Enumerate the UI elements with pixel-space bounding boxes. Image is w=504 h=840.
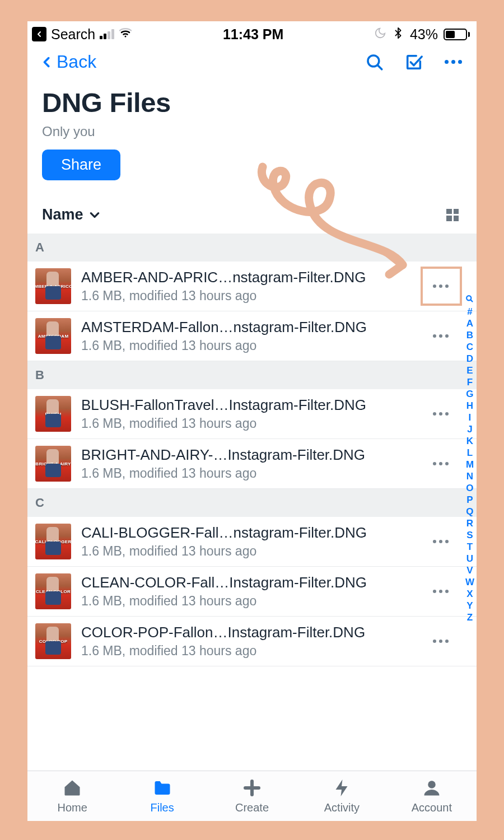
chevron-down-icon: [89, 211, 100, 219]
file-thumbnail: BRIGHT & AIRY: [35, 446, 71, 482]
index-letter[interactable]: G: [466, 389, 473, 400]
file-meta: 1.6 MB, modified 13 hours ago: [81, 594, 417, 609]
index-letter[interactable]: K: [466, 436, 473, 447]
file-thumbnail: AMBER & APRICOT: [35, 268, 71, 304]
page-title: DNG Files: [42, 87, 462, 118]
battery-percentage: 43%: [410, 26, 438, 43]
file-thumbnail: CLEAN COLOR: [35, 573, 71, 609]
file-row[interactable]: CALI BLOGGER CALI-BLOGGER-Fall…nstagram-…: [27, 517, 477, 567]
file-meta: 1.6 MB, modified 13 hours ago: [81, 466, 417, 481]
index-letter[interactable]: H: [466, 400, 473, 412]
select-icon[interactable]: [404, 52, 424, 72]
index-letter[interactable]: M: [466, 459, 474, 470]
index-letter[interactable]: X: [466, 589, 473, 600]
page-subtitle: Only you: [42, 124, 462, 139]
nav-bar: Back: [27, 46, 477, 76]
tab-account[interactable]: Account: [387, 771, 477, 821]
file-row[interactable]: AMBER & APRICOT AMBER-AND-APRIC…nstagram…: [27, 262, 477, 311]
file-list: A AMBER & APRICOT AMBER-AND-APRIC…nstagr…: [27, 234, 477, 771]
index-letter[interactable]: V: [466, 565, 473, 576]
file-name: AMSTERDAM-Fallon…nstagram-Filter.DNG: [81, 319, 417, 336]
file-thumbnail: COLOR POP: [35, 623, 71, 659]
file-name: BLUSH-FallonTravel…Instagram-Filter.DNG: [81, 396, 417, 414]
index-letter[interactable]: P: [466, 494, 473, 506]
file-meta: 1.6 MB, modified 13 hours ago: [81, 288, 417, 304]
index-letter[interactable]: C: [466, 342, 473, 353]
file-thumbnail: AMSTERDAM: [35, 318, 71, 354]
index-letter[interactable]: A: [466, 318, 473, 329]
file-row[interactable]: BRIGHT & AIRY BRIGHT-AND-AIRY-…Instagram…: [27, 439, 477, 489]
index-letter[interactable]: J: [467, 424, 472, 435]
section-header: A: [27, 234, 477, 262]
tab-activity[interactable]: Activity: [297, 771, 386, 821]
wifi-icon: [119, 26, 132, 43]
index-letter[interactable]: U: [466, 553, 473, 564]
page-header: DNG Files Only you Share: [27, 76, 477, 193]
file-info: BLUSH-FallonTravel…Instagram-Filter.DNG …: [81, 396, 417, 431]
index-letter[interactable]: W: [465, 577, 474, 588]
view-grid-icon[interactable]: [446, 209, 459, 221]
file-more-icon[interactable]: [427, 279, 454, 293]
tab-label: Account: [412, 801, 452, 814]
index-letter[interactable]: #: [467, 306, 472, 318]
svg-line-4: [471, 300, 473, 301]
do-not-disturb-icon: [374, 26, 386, 43]
index-letter[interactable]: Q: [466, 506, 473, 517]
index-letter[interactable]: D: [466, 353, 473, 365]
search-icon[interactable]: [365, 52, 385, 72]
share-button[interactable]: Share: [42, 150, 120, 180]
tab-label: Activity: [324, 801, 360, 814]
activity-icon: [332, 778, 352, 798]
status-bar: Search 11:43 PM 43%: [27, 21, 477, 46]
index-letter[interactable]: I: [469, 412, 472, 423]
index-letter[interactable]: S: [466, 530, 473, 541]
tab-home[interactable]: Home: [27, 771, 117, 821]
file-more-icon[interactable]: [427, 534, 454, 549]
alphabet-index[interactable]: #ABCDEFGHIJKLMNOPQRSTUVWXYZ: [465, 295, 474, 623]
file-meta: 1.6 MB, modified 13 hours ago: [81, 338, 417, 353]
svg-point-7: [428, 781, 436, 788]
file-name: CALI-BLOGGER-Fall…nstagram-Filter.DNG: [81, 524, 417, 542]
status-search-label[interactable]: Search: [51, 26, 95, 43]
index-letter[interactable]: R: [466, 518, 473, 529]
file-name: BRIGHT-AND-AIRY-…Instagram-Filter.DNG: [81, 446, 417, 464]
index-letter[interactable]: N: [466, 471, 473, 482]
index-letter[interactable]: O: [466, 483, 473, 494]
file-row[interactable]: COLOR POP COLOR-POP-Fallon…Instagram-Fil…: [27, 617, 477, 666]
back-to-search-icon[interactable]: [32, 27, 46, 41]
file-more-icon[interactable]: [427, 407, 454, 421]
index-search-icon[interactable]: [465, 295, 474, 306]
index-letter[interactable]: F: [467, 377, 473, 388]
file-row[interactable]: CLEAN COLOR CLEAN-COLOR-Fall…Instagram-F…: [27, 567, 477, 617]
section-header: B: [27, 361, 477, 389]
file-row[interactable]: BLUSH BLUSH-FallonTravel…Instagram-Filte…: [27, 389, 477, 439]
index-letter[interactable]: Z: [467, 612, 473, 623]
tab-create[interactable]: Create: [207, 771, 297, 821]
svg-line-2: [378, 65, 382, 69]
file-name: AMBER-AND-APRIC…nstagram-Filter.DNG: [81, 269, 417, 286]
file-info: AMBER-AND-APRIC…nstagram-Filter.DNG 1.6 …: [81, 269, 417, 304]
file-info: BRIGHT-AND-AIRY-…Instagram-Filter.DNG 1.…: [81, 446, 417, 481]
index-letter[interactable]: T: [467, 542, 473, 553]
index-letter[interactable]: E: [466, 365, 473, 376]
files-icon: [152, 778, 172, 798]
more-icon[interactable]: [443, 52, 463, 72]
file-info: AMSTERDAM-Fallon…nstagram-Filter.DNG 1.6…: [81, 319, 417, 353]
index-letter[interactable]: Y: [466, 600, 473, 612]
file-more-icon[interactable]: [427, 634, 454, 648]
tab-label: Home: [58, 801, 87, 814]
tab-bar: Home Files Create Activity Account: [27, 771, 477, 821]
cell-signal-icon: [100, 29, 114, 39]
index-letter[interactable]: L: [467, 447, 473, 459]
file-more-icon[interactable]: [427, 329, 454, 343]
file-more-icon[interactable]: [427, 584, 454, 599]
create-icon: [242, 778, 262, 798]
back-label: Back: [57, 52, 96, 72]
index-letter[interactable]: B: [466, 330, 473, 341]
tab-files[interactable]: Files: [117, 771, 207, 821]
sort-row: Name: [27, 193, 477, 234]
back-button[interactable]: Back: [41, 52, 96, 72]
sort-button[interactable]: Name: [42, 206, 100, 223]
file-more-icon[interactable]: [427, 456, 454, 471]
file-row[interactable]: AMSTERDAM AMSTERDAM-Fallon…nstagram-Filt…: [27, 311, 477, 361]
